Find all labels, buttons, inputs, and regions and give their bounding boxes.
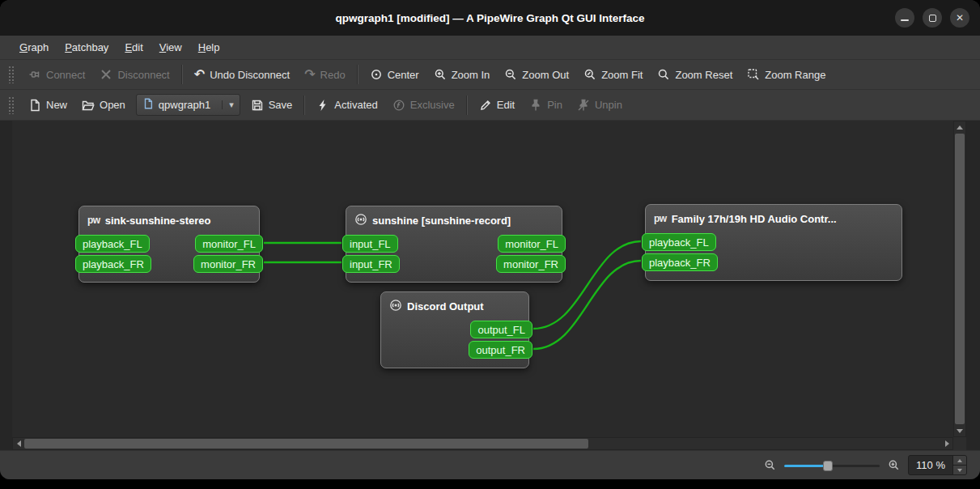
toolbar-drag-handle[interactable] bbox=[8, 96, 15, 114]
node-sink-sunshine-stereo[interactable]: pw sink-sunshine-stereo playback_FL moni… bbox=[78, 206, 260, 283]
menu-edit-mnemonic: E bbox=[125, 41, 132, 53]
graph-canvas[interactable]: pw sink-sunshine-stereo playback_FL moni… bbox=[12, 121, 953, 437]
zoom-decrement-button[interactable] bbox=[953, 465, 966, 474]
exclusive-icon bbox=[392, 99, 405, 112]
unpin-button[interactable]: Unpin bbox=[570, 95, 630, 116]
port-output-fl[interactable]: output_FL bbox=[470, 321, 532, 338]
node-title: sunshine [sunshine-record] bbox=[372, 215, 511, 227]
patchbay-select-value: qpwgraph1 bbox=[159, 99, 210, 111]
maximize-button[interactable] bbox=[923, 8, 942, 28]
menu-patchbay-mnemonic: P bbox=[65, 41, 72, 53]
zoom-slider-handle[interactable] bbox=[823, 461, 833, 471]
connect-label: Connect bbox=[46, 69, 85, 81]
menu-view-mnemonic: V bbox=[159, 41, 166, 53]
scroll-right-button[interactable] bbox=[941, 438, 952, 449]
exclusive-button[interactable]: Exclusive bbox=[385, 95, 462, 116]
redo-button[interactable]: ↷ Redo bbox=[297, 65, 352, 85]
center-label: Center bbox=[388, 69, 419, 81]
port-monitor-fl[interactable]: monitor_FL bbox=[195, 235, 263, 253]
open-button[interactable]: Open bbox=[74, 95, 133, 116]
activated-bolt-icon bbox=[316, 99, 329, 112]
node-header: pw sink-sunshine-stereo bbox=[79, 210, 259, 230]
port-playback-fr[interactable]: playback_FR bbox=[75, 255, 151, 273]
redo-label: Redo bbox=[320, 69, 346, 81]
port-input-fl[interactable]: input_FL bbox=[342, 235, 398, 253]
menu-help[interactable]: Help bbox=[190, 38, 228, 57]
pipewire-icon: pw bbox=[87, 215, 100, 226]
arrow-up-icon bbox=[957, 125, 963, 130]
port-monitor-fr[interactable]: monitor_FR bbox=[193, 255, 263, 273]
node-discord-output[interactable]: Discord Output output_FL output_FR bbox=[380, 291, 529, 368]
vertical-scrollbar[interactable] bbox=[953, 121, 966, 437]
save-icon bbox=[251, 99, 264, 112]
vertical-scroll-handle[interactable] bbox=[955, 134, 965, 424]
node-header: Discord Output bbox=[381, 296, 528, 316]
save-button[interactable]: Save bbox=[244, 95, 300, 116]
activated-button[interactable]: Activated bbox=[309, 95, 384, 116]
zoom-fit-button[interactable]: Zoom Fit bbox=[576, 64, 650, 85]
monitor-icon bbox=[354, 213, 367, 228]
zoom-spinbox[interactable]: 110 % bbox=[908, 455, 967, 475]
menu-edit[interactable]: Edit bbox=[117, 38, 151, 57]
disconnect-button[interactable]: Disconnect bbox=[92, 64, 176, 85]
new-button[interactable]: New bbox=[21, 95, 74, 116]
toolbar-separator bbox=[303, 96, 305, 115]
zoom-increment-button[interactable] bbox=[953, 456, 966, 465]
toolbar-separator bbox=[466, 96, 468, 115]
menu-view[interactable]: View bbox=[151, 38, 190, 57]
port-output-fr[interactable]: output_FR bbox=[469, 341, 532, 359]
center-button[interactable]: Center bbox=[363, 64, 426, 85]
unpin-label: Unpin bbox=[595, 99, 622, 111]
zoom-fit-icon bbox=[583, 68, 596, 81]
new-label: New bbox=[46, 99, 67, 111]
zoom-range-icon bbox=[747, 68, 760, 81]
maximize-icon bbox=[929, 15, 936, 22]
port-input-fr[interactable]: input_FR bbox=[342, 255, 400, 273]
zoom-in-small-icon[interactable] bbox=[888, 459, 900, 471]
port-playback-fr[interactable]: playback_FR bbox=[642, 253, 718, 271]
zoom-range-button[interactable]: Zoom Range bbox=[740, 64, 833, 85]
zoom-value[interactable]: 110 % bbox=[909, 456, 952, 474]
menu-graph[interactable]: Graph bbox=[11, 38, 57, 57]
edit-pencil-icon bbox=[479, 99, 492, 112]
pin-label: Pin bbox=[547, 99, 562, 111]
node-header: sunshine [sunshine-record] bbox=[346, 210, 562, 230]
port-playback-fl[interactable]: playback_FL bbox=[75, 235, 150, 253]
horizontal-scroll-handle[interactable] bbox=[24, 439, 588, 449]
monitor-icon bbox=[389, 299, 402, 314]
port-playback-fl[interactable]: playback_FL bbox=[642, 233, 716, 251]
patchbay-select[interactable]: qpwgraph1 ▾ bbox=[136, 94, 240, 116]
port-monitor-fl[interactable]: monitor_FL bbox=[498, 235, 566, 253]
node-family-hd-audio[interactable]: pw Family 17h/19h HD Audio Contr... play… bbox=[645, 204, 902, 281]
close-button[interactable]: ✕ bbox=[950, 8, 969, 28]
arrow-up-icon bbox=[957, 459, 962, 462]
scroll-up-button[interactable] bbox=[954, 121, 965, 133]
zoom-slider-fill bbox=[784, 465, 826, 467]
horizontal-scrollbar[interactable] bbox=[12, 437, 953, 450]
zoom-in-button[interactable]: Zoom In bbox=[426, 64, 498, 85]
scroll-left-button[interactable] bbox=[13, 438, 24, 449]
zoom-out-small-icon[interactable] bbox=[764, 459, 776, 471]
zoom-reset-button[interactable]: Zoom Reset bbox=[650, 64, 740, 85]
exclusive-label: Exclusive bbox=[410, 99, 455, 111]
close-icon: ✕ bbox=[956, 13, 964, 23]
connect-icon bbox=[28, 68, 41, 81]
undo-disconnect-button[interactable]: ↶ Undo Disconnect bbox=[187, 65, 297, 85]
zoom-slider[interactable] bbox=[784, 458, 880, 473]
scroll-down-button[interactable] bbox=[954, 425, 965, 436]
minimize-icon bbox=[901, 19, 909, 21]
zoom-out-label: Zoom Out bbox=[522, 69, 569, 81]
pin-button[interactable]: Pin bbox=[522, 95, 570, 116]
titlebar: qpwgraph1 [modified] — A PipeWire Graph … bbox=[0, 0, 980, 36]
edit-button[interactable]: Edit bbox=[472, 95, 522, 116]
zoom-out-icon bbox=[504, 68, 517, 81]
scrollbar-corner bbox=[953, 437, 966, 450]
connect-button[interactable]: Connect bbox=[21, 64, 92, 85]
node-sunshine-record[interactable]: sunshine [sunshine-record] input_FL moni… bbox=[346, 206, 562, 283]
minimize-button[interactable] bbox=[895, 8, 914, 28]
zoom-reset-icon bbox=[657, 68, 670, 81]
toolbar-drag-handle[interactable] bbox=[8, 66, 15, 83]
menu-patchbay[interactable]: Patchbay bbox=[57, 38, 117, 57]
port-monitor-fr[interactable]: monitor_FR bbox=[496, 255, 566, 273]
zoom-out-button[interactable]: Zoom Out bbox=[497, 64, 576, 85]
